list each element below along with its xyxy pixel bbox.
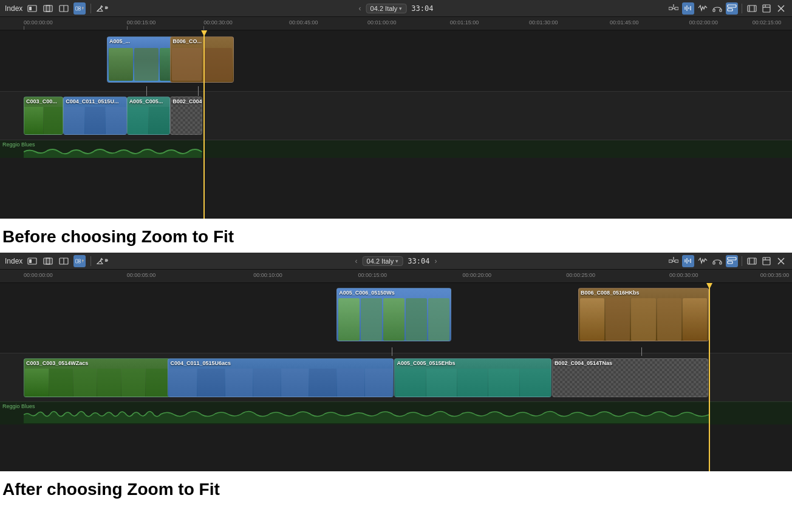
audio-icon-top[interactable] (682, 2, 694, 15)
waveform-icon-bottom[interactable] (697, 255, 709, 267)
svg-rect-38 (78, 261, 81, 263)
ruler-mark-0: 00:00:00:00 (24, 19, 53, 26)
toolbar-center-top: ‹ 04.2 Italy ▾ 33:04 (359, 4, 434, 13)
svg-rect-36 (76, 259, 78, 263)
nav-prev-bottom[interactable]: ‹ (355, 257, 358, 265)
blade-icon-btn-top[interactable] (58, 2, 70, 15)
top-audio-track: Reggio Blues (0, 140, 792, 158)
timecode-bottom: 33:04 (408, 257, 429, 265)
svg-rect-3 (46, 5, 50, 12)
top-audio-label: Reggio Blues (2, 142, 35, 148)
bottom-playhead (709, 283, 710, 471)
location-badge-bottom[interactable]: 04.2 Italy ▾ (363, 256, 403, 266)
ruler-mark-2: 00:00:30:00 (203, 19, 233, 26)
bottom-ruler: 00:00:00:00 00:00:05:00 00:00:10:00 00:0… (0, 270, 792, 283)
svg-rect-19 (720, 9, 722, 12)
clip-icon-btn-bottom[interactable] (26, 255, 38, 267)
top-main-track: C003_C00... C004_C011_0515U... A005_C005… (0, 91, 792, 140)
svg-rect-6 (76, 7, 78, 10)
svg-rect-52 (748, 258, 756, 264)
headphone-icon-top[interactable] (711, 2, 723, 15)
top-connected-area: A005_... B006_CO... (0, 30, 792, 91)
bottom-main-track: C003_C003_0514WZacs C004_C011_0515U6acs (0, 353, 792, 401)
timecode-top: 33:04 (411, 4, 433, 13)
bottom-main-clip-b002[interactable]: B002_C004_0514TNas (552, 358, 708, 397)
trim-icon-btn-bottom[interactable] (42, 255, 54, 267)
location-text-bottom: 04.2 Italy (367, 257, 394, 265)
roles-icon-top[interactable] (726, 2, 738, 15)
top-waveform-svg (24, 146, 202, 158)
connect-icon-bottom[interactable] (667, 255, 680, 267)
tool-icon-btn-bottom[interactable] (96, 255, 108, 267)
zoom-fit-icon-top[interactable] (746, 2, 758, 15)
top-clip-b006-label: B006_CO... (172, 38, 202, 44)
before-label: Before choosing Zoom to Fit (2, 227, 790, 247)
top-timeline-content: A005_... B006_CO... C003_C00... (0, 30, 792, 219)
bottom-connected-clip-b006[interactable]: B006_C008_0516HKbs (578, 288, 709, 341)
top-clip-a005-label: A005_... (109, 38, 130, 44)
connect-icon-top[interactable] (667, 2, 680, 15)
svg-rect-40 (669, 260, 672, 262)
top-main-clip-c004[interactable]: C004_C011_0515U... (63, 97, 126, 135)
bottom-conn-a005-label: A005_C006_05150Ws (339, 290, 395, 296)
trim-icon-btn-top[interactable] (42, 2, 54, 15)
after-label: After choosing Zoom to Fit (2, 480, 790, 499)
ruler-mark-5: 00:01:15:00 (450, 19, 479, 26)
top-timeline: Index (0, 0, 792, 219)
bottom-connected-area: A005_C006_05150Ws B006_C008_0516HKbs (0, 283, 792, 353)
svg-rect-48 (713, 262, 715, 264)
bottom-timeline-content: A005_C006_05150Ws B006_C008_0516HKbs (0, 283, 792, 471)
top-main-clip-c003[interactable]: C003_C00... (24, 97, 63, 135)
location-text-top: 04.2 Italy (370, 5, 398, 12)
bottom-main-clip-c003[interactable]: C003_C003_0514WZacs (24, 358, 170, 397)
top-connected-clip-b006[interactable]: B006_CO... (170, 36, 233, 83)
svg-rect-41 (675, 260, 678, 262)
ruler-mark-9: 00:02:15:00 (753, 19, 782, 26)
top-main-clip-a005[interactable]: A005_C005... (127, 97, 171, 135)
connection-line-2 (198, 86, 199, 96)
top-main-clip-b002[interactable]: B002_C004... (170, 97, 202, 135)
svg-rect-50 (728, 257, 736, 260)
toolbar-divider2-top (742, 4, 742, 13)
location-chevron-top: ▾ (399, 5, 402, 12)
clip-icon-btn-top[interactable] (26, 2, 38, 15)
ruler-mark-3: 00:00:45:00 (289, 19, 318, 26)
svg-rect-25 (763, 5, 770, 12)
bottom-connected-clip-a005[interactable]: A005_C006_05150Ws (336, 288, 451, 341)
ruler-mark-1: 00:00:15:00 (127, 19, 156, 26)
zoom-fit-icon-bottom[interactable] (746, 255, 758, 267)
close-icon-bottom[interactable] (775, 255, 787, 267)
svg-rect-49 (720, 262, 722, 264)
blade-icon-btn-bottom[interactable] (58, 255, 70, 267)
bottom-toolbar-left: Index (5, 255, 667, 267)
nav-next-bottom[interactable]: › (434, 257, 437, 265)
bottom-main-clip-c004[interactable]: C004_C011_0515U6acs (168, 358, 394, 397)
roles-icon-bottom[interactable] (726, 255, 738, 267)
svg-rect-33 (46, 258, 50, 264)
settings-icon-bottom[interactable] (760, 255, 773, 267)
location-badge-top[interactable]: 04.2 Italy ▾ (366, 4, 407, 13)
svg-rect-21 (728, 9, 732, 11)
svg-rect-11 (675, 7, 678, 10)
ruler-mark-8: 00:02:00:00 (689, 19, 718, 26)
audio-icon-bottom[interactable] (682, 255, 694, 267)
bottom-conn-line-1 (392, 347, 392, 356)
tool-icon-btn-top[interactable] (96, 2, 108, 15)
nav-prev-top[interactable]: ‹ (359, 4, 361, 13)
bottom-toolbar: Index (0, 253, 792, 270)
headphone-icon-bottom[interactable] (711, 255, 723, 267)
svg-rect-55 (763, 257, 770, 265)
svg-rect-22 (748, 5, 756, 12)
bottom-conn-b006-label: B006_C008_0516HKbs (581, 290, 640, 296)
top-toolbar: Index (0, 0, 792, 17)
svg-rect-37 (78, 259, 81, 261)
index-label-bottom: Index (5, 257, 22, 265)
bottom-main-clip-a005[interactable]: A005_C005_0515EHbs (394, 358, 551, 397)
close-icon-top[interactable] (775, 2, 787, 15)
waveform-icon-top[interactable] (697, 2, 709, 15)
layout-icon-btn-top[interactable] (73, 2, 86, 15)
index-label-top: Index (5, 4, 22, 13)
layout-icon-btn-bottom[interactable] (73, 255, 86, 267)
settings-icon-top[interactable] (760, 2, 773, 15)
top-playhead (203, 30, 205, 219)
